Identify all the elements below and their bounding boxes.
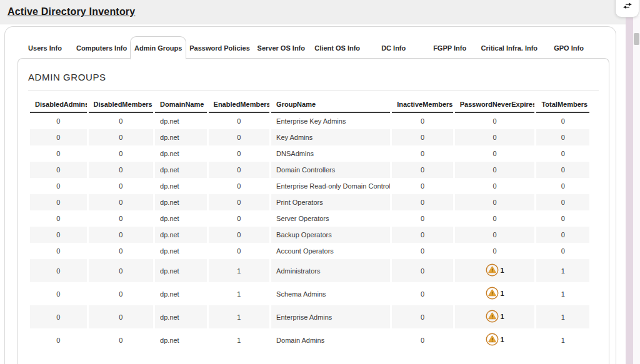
cell-inactivemembers: 0	[392, 259, 453, 282]
cell-groupname: Backup Operators	[271, 227, 390, 243]
cell-disabledmembers: 0	[89, 227, 154, 243]
cell-disabledmembers: 0	[89, 243, 154, 259]
table-row: 00dp.net1Schema Admins011	[30, 282, 589, 305]
cell-groupname: Enterprise Key Admins	[271, 113, 390, 129]
cell-enabledmembers: 0	[209, 162, 270, 178]
cell-passwordneverexpires: 0	[455, 243, 535, 259]
tab-password-policies[interactable]: Password Policies	[186, 36, 253, 59]
cell-disabledadmins: 0	[30, 282, 87, 305]
cell-disabledmembers: 0	[89, 210, 154, 227]
cell-disabledmembers: 0	[89, 129, 154, 145]
cell-groupname: DNSAdmins	[271, 145, 390, 162]
cell-passwordneverexpires: 0	[455, 227, 535, 243]
swap-arrows-button[interactable]	[615, 0, 639, 17]
cell-enabledmembers: 0	[209, 113, 270, 129]
table-row: 00dp.net0Server Operators000	[30, 210, 589, 227]
warning-icon	[486, 310, 499, 323]
cell-disabledadmins: 0	[30, 178, 87, 194]
cell-inactivemembers: 0	[392, 145, 453, 162]
cell-totalmembers: 1	[536, 259, 589, 282]
warning-icon	[486, 263, 499, 277]
cell-groupname: Print Operators	[271, 194, 390, 210]
top-bar: Active Directory Inventory	[0, 0, 626, 24]
table-row: 00dp.net0Domain Controllers000	[30, 162, 589, 178]
cell-inactivemembers: 0	[392, 162, 453, 178]
tab-client-os-info[interactable]: Client OS Info	[309, 36, 366, 59]
cell-totalmembers: 0	[536, 145, 589, 162]
cell-groupname: Schema Admins	[271, 282, 390, 305]
column-header-groupname: GroupName	[271, 94, 390, 113]
cell-domainname: dp.net	[155, 259, 206, 282]
swap-arrows-icon	[622, 2, 632, 9]
page-scrollbar-thumb[interactable]	[634, 33, 639, 45]
cell-disabledadmins: 0	[30, 259, 87, 282]
table-row: 00dp.net0Print Operators000	[30, 194, 589, 210]
cell-inactivemembers: 0	[392, 328, 453, 352]
tab-users-info[interactable]: Users Info	[17, 36, 73, 59]
cell-domainname: dp.net	[155, 162, 206, 178]
tab-panel-admin-groups: ADMIN GROUPS DisabledAdminsDisabledMembe…	[18, 58, 609, 364]
cell-disabledmembers: 0	[89, 259, 154, 282]
cell-domainname: dp.net	[155, 328, 206, 352]
cell-enabledmembers: 0	[209, 210, 270, 227]
tab-gpo-info[interactable]: GPO Info	[541, 36, 597, 59]
cell-totalmembers: 0	[536, 227, 589, 243]
cell-disabledadmins: 0	[30, 145, 87, 162]
cell-enabledmembers: 0	[209, 178, 270, 194]
cell-enabledmembers: 0	[209, 194, 270, 210]
cell-passwordneverexpires: 1	[455, 305, 535, 328]
table-row: 00dp.net0Key Admins000	[30, 129, 589, 145]
cell-disabledadmins: 0	[30, 328, 87, 352]
cell-disabledadmins: 0	[30, 113, 87, 129]
page-scrollbar-track[interactable]	[633, 16, 640, 364]
main-card: Users InfoComputers InfoAdmin GroupsPass…	[4, 26, 616, 364]
cell-passwordneverexpires: 0	[455, 113, 535, 129]
column-header-disabledmembers: DisabledMembers	[89, 94, 154, 113]
cell-passwordneverexpires: 1	[455, 328, 535, 352]
cell-totalmembers: 1	[536, 282, 589, 305]
secondary-scrollbar-track[interactable]	[626, 16, 633, 364]
column-header-totalmembers: TotalMembers	[536, 94, 589, 113]
table-row: 00dp.net1Domain Admins011	[30, 328, 589, 352]
cell-value: 1	[501, 290, 504, 297]
cell-disabledadmins: 0	[30, 129, 87, 145]
cell-totalmembers: 0	[536, 243, 589, 259]
cell-disabledmembers: 0	[89, 162, 154, 178]
cell-groupname: Enterprise Admins	[271, 305, 390, 328]
cell-enabledmembers: 1	[209, 305, 270, 328]
cell-inactivemembers: 0	[392, 178, 453, 194]
cell-domainname: dp.net	[155, 210, 206, 227]
table-row: 00dp.net1Administrators011	[30, 259, 589, 282]
cell-totalmembers: 0	[536, 194, 589, 210]
tab-fgpp-info[interactable]: FGPP Info	[422, 36, 478, 59]
tab-dc-info[interactable]: DC Info	[366, 36, 422, 59]
cell-domainname: dp.net	[155, 282, 206, 305]
cell-disabledmembers: 0	[89, 145, 154, 162]
cell-domainname: dp.net	[155, 145, 206, 162]
table-row: 00dp.net1Enterprise Admins011	[30, 305, 589, 328]
cell-enabledmembers: 1	[209, 282, 270, 305]
cell-value: 1	[501, 313, 504, 320]
cell-passwordneverexpires: 1	[455, 282, 535, 305]
tab-server-os-info[interactable]: Server OS Info	[253, 36, 309, 59]
admin-groups-table: DisabledAdminsDisabledMembersDomainNameE…	[28, 94, 591, 352]
tab-critical-infra-info[interactable]: Critical Infra. Info	[478, 36, 541, 59]
cell-disabledadmins: 0	[30, 210, 87, 227]
cell-disabledmembers: 0	[89, 305, 154, 328]
cell-passwordneverexpires: 0	[455, 194, 535, 210]
cell-passwordneverexpires: 0	[455, 210, 535, 227]
cell-inactivemembers: 0	[392, 243, 453, 259]
table-row: 00dp.net0Enterprise Read-only Domain Con…	[30, 178, 589, 194]
cell-domainname: dp.net	[155, 129, 206, 145]
tab-admin-groups[interactable]: Admin Groups	[130, 36, 186, 59]
table-row: 00dp.net0Backup Operators000	[30, 227, 589, 243]
cell-domainname: dp.net	[155, 243, 206, 259]
tab-computers-info[interactable]: Computers Info	[73, 36, 130, 59]
cell-enabledmembers: 1	[209, 259, 270, 282]
tab-bar: Users InfoComputers InfoAdmin GroupsPass…	[17, 36, 597, 59]
cell-inactivemembers: 0	[392, 305, 453, 328]
cell-enabledmembers: 0	[209, 227, 270, 243]
column-header-domainname: DomainName	[155, 94, 206, 113]
cell-totalmembers: 0	[536, 113, 589, 129]
cell-groupname: Key Admins	[271, 129, 390, 145]
